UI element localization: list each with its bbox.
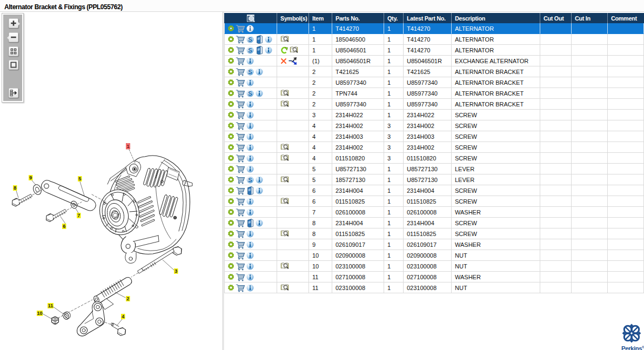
svg-text:5: 5 [78,176,81,181]
svg-text:4: 4 [122,314,124,319]
svg-text:8: 8 [14,185,16,191]
svg-text:9: 9 [29,175,32,180]
svg-text:7: 7 [77,213,80,218]
svg-text:2: 2 [126,296,129,301]
svg-text:10: 10 [37,311,42,316]
svg-text:3: 3 [175,268,177,274]
svg-text:1: 1 [126,144,129,149]
svg-text:6: 6 [63,224,65,229]
svg-text:11: 11 [48,303,53,308]
